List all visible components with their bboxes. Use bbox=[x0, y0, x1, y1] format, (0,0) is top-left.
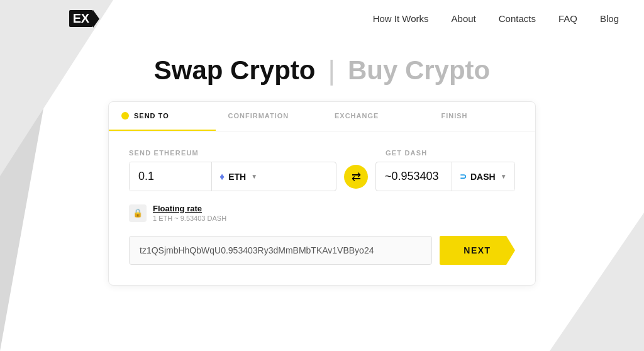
nav-faq[interactable]: FAQ bbox=[558, 13, 577, 24]
lock-icon: 🔒 bbox=[133, 208, 143, 218]
logo-text-ex: EX bbox=[69, 10, 93, 27]
exchange-labels: SEND ETHEREUM GET DASH bbox=[129, 149, 515, 157]
swap-card: SEND TO CONFIRMATION EXCHANGE FINISH SEN… bbox=[108, 101, 536, 286]
get-chevron-icon: ▼ bbox=[501, 173, 507, 180]
nav-contacts[interactable]: Contacts bbox=[499, 13, 536, 24]
next-button[interactable]: NEXT bbox=[440, 236, 515, 265]
swap-button[interactable]: ⇄ bbox=[344, 165, 368, 189]
address-input[interactable] bbox=[129, 236, 432, 265]
card-body: SEND ETHEREUM GET DASH ♦ ETH ▼ ⇄ bbox=[109, 131, 535, 285]
get-currency-select[interactable]: ⊃ DASH ▼ bbox=[452, 162, 514, 191]
nav-about[interactable]: About bbox=[452, 13, 476, 24]
send-currency-select[interactable]: ♦ ETH ▼ bbox=[211, 162, 274, 191]
bg-shape-right bbox=[550, 213, 644, 351]
exchange-row: ♦ ETH ▼ ⇄ ~0.953403 ⊃ DASH ▼ bbox=[129, 162, 515, 191]
hero-swap-label: Swap Crypto bbox=[154, 55, 316, 86]
send-input-group: ♦ ETH ▼ bbox=[129, 162, 336, 191]
step-label-confirmation: CONFIRMATION bbox=[228, 112, 289, 120]
swap-icon: ⇄ bbox=[352, 170, 361, 184]
rate-title[interactable]: Floating rate bbox=[153, 204, 226, 213]
step-label-finish: FINISH bbox=[441, 112, 468, 120]
get-amount-display: ~0.953403 bbox=[376, 162, 452, 191]
nav-how-it-works[interactable]: How It Works bbox=[373, 13, 429, 24]
rate-info: 🔒 Floating rate 1 ETH ~ 9.53403 DASH bbox=[129, 204, 515, 222]
send-currency-name: ETH bbox=[228, 172, 246, 182]
nav-blog[interactable]: Blog bbox=[600, 13, 619, 24]
lock-icon-wrap: 🔒 bbox=[129, 204, 147, 222]
step-exchange[interactable]: EXCHANGE bbox=[322, 102, 429, 131]
step-label-send: SEND TO bbox=[134, 112, 169, 120]
dash-icon: ⊃ bbox=[460, 172, 467, 181]
get-input-group: ~0.953403 ⊃ DASH ▼ bbox=[375, 162, 515, 191]
rate-text-block: Floating rate 1 ETH ~ 9.53403 DASH bbox=[153, 204, 226, 222]
step-send-to[interactable]: SEND TO bbox=[109, 102, 216, 131]
get-currency-name: DASH bbox=[470, 172, 496, 182]
rate-value: 1 ETH ~ 9.53403 DASH bbox=[153, 214, 226, 222]
hero-divider: | bbox=[328, 55, 335, 86]
steps-bar: SEND TO CONFIRMATION EXCHANGE FINISH bbox=[109, 102, 535, 131]
address-row: NEXT bbox=[129, 236, 515, 265]
send-label: SEND ETHEREUM bbox=[129, 149, 336, 157]
send-amount-input[interactable] bbox=[130, 162, 211, 191]
nav-links: How It Works About Contacts FAQ Blog bbox=[373, 13, 619, 24]
step-label-exchange: EXCHANGE bbox=[335, 112, 379, 120]
get-label: GET DASH bbox=[386, 149, 515, 157]
send-chevron-icon: ▼ bbox=[251, 173, 257, 180]
hero-buy-label[interactable]: Buy Crypto bbox=[348, 55, 490, 86]
eth-icon: ♦ bbox=[219, 171, 225, 182]
step-dot-send bbox=[121, 112, 129, 120]
step-finish[interactable]: FINISH bbox=[429, 102, 536, 131]
step-confirmation[interactable]: CONFIRMATION bbox=[216, 102, 323, 131]
